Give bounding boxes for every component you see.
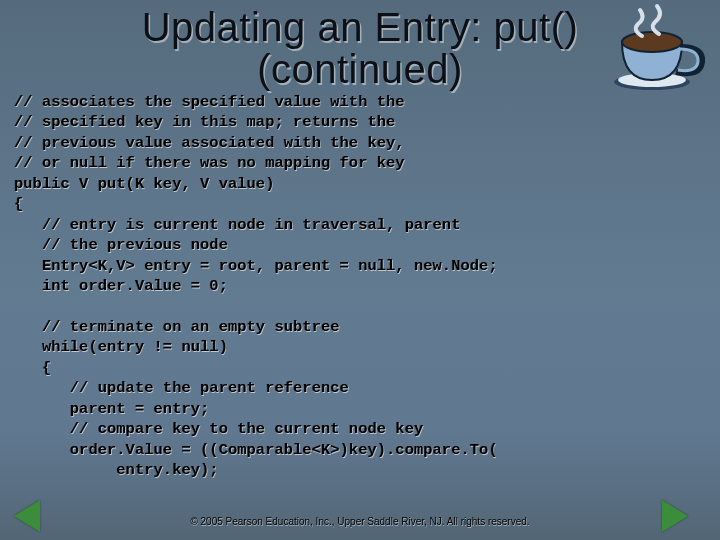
arrow-left-icon <box>14 500 40 532</box>
svg-point-2 <box>622 32 682 52</box>
nav-back-button[interactable] <box>14 500 58 532</box>
copyright-footer: © 2005 Pearson Education, Inc., Upper Sa… <box>0 516 720 527</box>
code-listing: // associates the specified value with t… <box>0 90 720 481</box>
coffee-cup-icon <box>602 2 712 97</box>
arrow-right-icon <box>662 500 688 532</box>
title-line-1: Updating an Entry: put() <box>142 5 579 49</box>
title-line-2: (continued) <box>257 47 463 91</box>
nav-forward-button[interactable] <box>662 500 706 532</box>
